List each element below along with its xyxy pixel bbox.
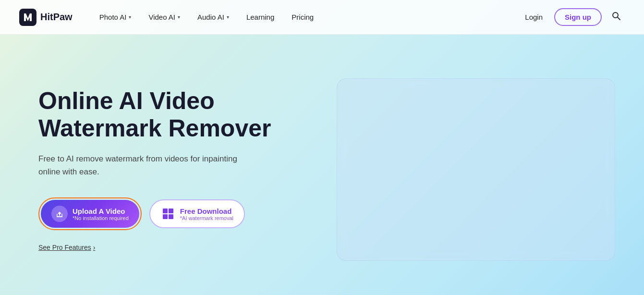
upload-button-label: Upload A Video (73, 207, 125, 215)
hero-subtitle: Free to AI remove watermark from videos … (38, 152, 250, 178)
chevron-down-icon: ▾ (129, 14, 131, 20)
logo[interactable]: HitPaw (19, 9, 73, 26)
logo-icon (19, 9, 36, 26)
login-button[interactable]: Login (519, 9, 548, 25)
search-button[interactable] (608, 7, 625, 27)
nav-item-audio-ai[interactable]: Audio AI ▾ (190, 9, 237, 25)
download-button-sublabel: *AI watermark removal (180, 215, 233, 221)
hero-right (317, 78, 615, 261)
navbar: HitPaw Photo AI ▾ Video AI ▾ Audio AI ▾ … (0, 0, 644, 35)
free-download-button[interactable]: Free Download *AI watermark removal (149, 199, 245, 228)
hero-section: Online AI Video Watermark Remover Free t… (0, 35, 644, 295)
nav-item-video-ai[interactable]: Video AI ▾ (141, 9, 188, 25)
upload-button-sublabel: *No installation required (73, 215, 129, 221)
search-icon (611, 11, 621, 21)
video-preview-area (337, 78, 615, 261)
brand-name: HitPaw (40, 12, 73, 23)
nav-links: Photo AI ▾ Video AI ▾ Audio AI ▾ Learnin… (92, 9, 520, 25)
chevron-down-icon: ▾ (178, 14, 180, 20)
upload-button-wrapper: Upload A Video *No installation required (38, 197, 142, 230)
hero-buttons: Upload A Video *No installation required (38, 197, 317, 230)
chevron-down-icon: ▾ (227, 14, 229, 20)
nav-item-photo-ai[interactable]: Photo AI ▾ (92, 9, 139, 25)
nav-item-learning[interactable]: Learning (239, 9, 282, 25)
nav-item-pricing[interactable]: Pricing (284, 9, 321, 25)
windows-icon (161, 207, 175, 221)
download-button-label: Free Download (180, 207, 232, 215)
nav-right: Login Sign up (519, 7, 625, 27)
see-pro-features-link[interactable]: See Pro Features › (38, 244, 95, 251)
svg-line-2 (618, 17, 620, 20)
upload-video-button[interactable]: Upload A Video *No installation required (41, 200, 139, 228)
upload-icon (51, 206, 68, 222)
hero-left: Online AI Video Watermark Remover Free t… (38, 87, 317, 252)
svg-rect-0 (19, 9, 36, 26)
hero-title: Online AI Video Watermark Remover (38, 87, 317, 143)
signup-button[interactable]: Sign up (554, 8, 602, 26)
